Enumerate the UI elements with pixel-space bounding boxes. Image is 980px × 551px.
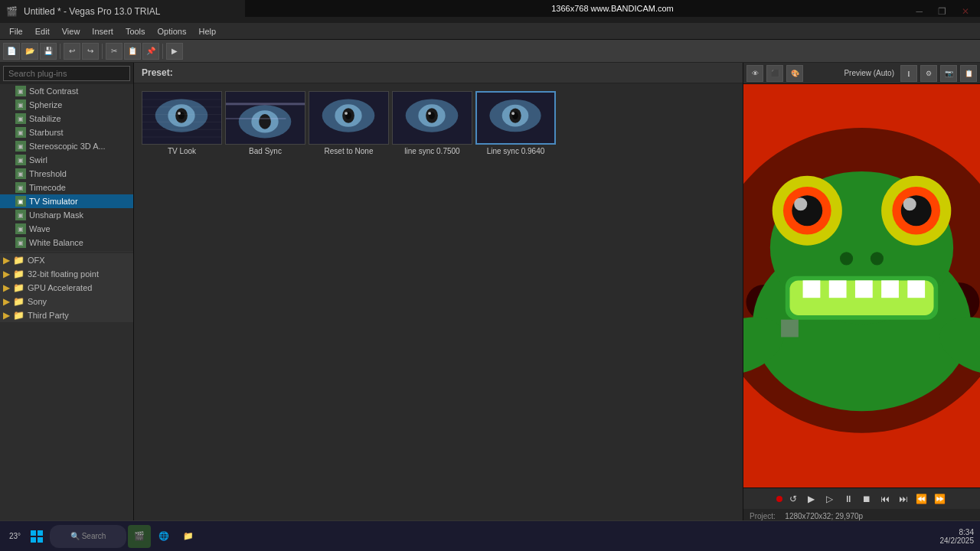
folder-icon: 📁 xyxy=(13,282,24,293)
taskbar-vegas-button[interactable]: 🎬 xyxy=(128,525,151,548)
svg-rect-54 xyxy=(803,280,821,298)
search-input[interactable] xyxy=(3,66,130,81)
folder-ofx[interactable]: ▶ 📁 OFX xyxy=(0,253,133,267)
plugin-unsharp-mask[interactable]: ▣ Unsharp Mask xyxy=(0,208,133,222)
preset-bad-sync[interactable]: Bad Sync xyxy=(225,91,305,528)
preview-prev-frame-button[interactable]: ⏮ xyxy=(877,491,893,507)
preview-pause-button[interactable]: ⏸ xyxy=(841,491,856,507)
preview-prev-button[interactable]: ⏪ xyxy=(914,491,929,507)
preview-stop-button[interactable]: ⏹ xyxy=(859,491,874,507)
menu-file[interactable]: File xyxy=(3,25,29,37)
folder-expand-icon: ▶ xyxy=(3,269,10,279)
preview-panel: 👁 ⬛ 🎨 Preview (Auto) ⫿ ⚙ 📷 📋 xyxy=(743,63,980,551)
svg-rect-66 xyxy=(38,530,43,536)
preset-reset-to-none[interactable]: Reset to None xyxy=(309,91,389,528)
menu-options[interactable]: Options xyxy=(152,25,193,37)
title-bar: 🎬 Untitled * - Vegas Pro 13.0 TRIAL 1366… xyxy=(0,0,980,23)
preset-thumb-line-sync-96 xyxy=(475,91,556,145)
taskbar-windows-button[interactable] xyxy=(25,525,48,548)
preview-settings-button[interactable]: ⚙ xyxy=(920,65,937,82)
preview-controls: ↺ ▶ ▷ ⏸ ⏹ ⏮ ⏭ ⏪ ⏩ xyxy=(743,487,980,509)
preset-line-sync-96[interactable]: Line sync 0.9640 xyxy=(475,91,556,528)
folder-third-party[interactable]: ▶ 📁 Third Party xyxy=(0,308,133,322)
folder-sony[interactable]: ▶ 📁 Sony xyxy=(0,295,133,308)
plugin-wave[interactable]: ▣ Wave xyxy=(0,222,133,236)
cut-button[interactable]: ✂ xyxy=(106,43,122,60)
new-button[interactable]: 📄 xyxy=(3,43,20,60)
folder-32bit[interactable]: ▶ 📁 32-bit floating point xyxy=(0,267,133,281)
preview-loop-button[interactable]: ↺ xyxy=(786,491,801,507)
plugin-panel: ▣ Soft Contrast ▣ Spherize ▣ Stabilize ▣… xyxy=(0,63,134,551)
svg-rect-57 xyxy=(881,280,899,298)
render-button[interactable]: ▶ xyxy=(166,43,183,60)
plugin-threshold[interactable]: ▣ Threshold xyxy=(0,167,133,181)
folder-icon: 📁 xyxy=(13,255,24,266)
preset-line-sync-75[interactable]: line sync 0.7500 xyxy=(392,91,472,528)
save-button[interactable]: 💾 xyxy=(40,43,57,60)
menu-view[interactable]: View xyxy=(56,25,87,37)
preview-auto-label[interactable]: Preview (Auto) xyxy=(841,69,897,77)
preview-play-loop-button[interactable]: ▷ xyxy=(822,491,838,507)
plugin-icon: ▣ xyxy=(15,237,26,248)
preview-mode-button[interactable]: ⬛ xyxy=(766,65,783,82)
plugin-spherize[interactable]: ▣ Spherize xyxy=(0,98,133,112)
svg-rect-55 xyxy=(829,280,847,298)
divider xyxy=(0,251,133,252)
taskbar: 23° 🔍 Search 🎬 🌐 📁 8:34 24/2/2025 xyxy=(0,520,980,551)
window-controls[interactable]: ─ ❐ ✕ xyxy=(911,5,974,18)
svg-rect-17 xyxy=(226,118,286,119)
plugin-timecode[interactable]: ▣ Timecode xyxy=(0,181,133,194)
menu-help[interactable]: Help xyxy=(192,25,222,37)
plugin-icon: ▣ xyxy=(15,155,26,165)
restore-button[interactable]: ❐ xyxy=(933,5,951,18)
plugin-white-balance[interactable]: ▣ White Balance xyxy=(0,236,133,249)
copy-button[interactable]: 📋 xyxy=(124,43,141,60)
preview-copy-button[interactable]: 📋 xyxy=(960,65,977,82)
main-toolbar: 📄 📂 💾 ↩ ↪ ✂ 📋 📌 ▶ xyxy=(0,40,980,63)
app-title: Untitled * - Vegas Pro 13.0 TRIAL xyxy=(24,6,161,17)
plugin-icon: ▣ xyxy=(15,127,26,138)
plugin-icon: ▣ xyxy=(15,182,26,193)
record-indicator xyxy=(776,496,782,502)
menu-edit[interactable]: Edit xyxy=(29,25,56,37)
taskbar-chrome-button[interactable]: 🌐 xyxy=(152,525,175,548)
plugin-icon: ▣ xyxy=(15,99,26,110)
plugin-icon: ▣ xyxy=(15,210,26,220)
preview-play-button[interactable]: ▶ xyxy=(804,491,819,507)
preview-toolbar: 👁 ⬛ 🎨 Preview (Auto) ⫿ ⚙ 📷 📋 xyxy=(743,63,980,84)
preview-clip-button[interactable]: 📷 xyxy=(940,65,957,82)
svg-point-59 xyxy=(840,252,853,265)
redo-button[interactable]: ↪ xyxy=(82,43,99,60)
undo-button[interactable]: ↩ xyxy=(64,43,80,60)
paste-button[interactable]: 📌 xyxy=(142,43,159,60)
svg-point-29 xyxy=(428,112,431,115)
folder-gpu[interactable]: ▶ 📁 GPU Accelerated xyxy=(0,281,133,295)
preset-tv-look[interactable]: TV Look xyxy=(142,91,222,528)
minimize-button[interactable]: ─ xyxy=(911,5,927,18)
bandicam-overlay: 1366x768 www.BANDICAM.com xyxy=(245,0,980,17)
folder-icon: 📁 xyxy=(13,310,24,321)
preset-bad-sync-label: Bad Sync xyxy=(249,147,282,155)
taskbar-search-button[interactable]: 🔍 Search xyxy=(50,525,126,548)
menu-insert[interactable]: Insert xyxy=(86,25,119,37)
close-button[interactable]: ✕ xyxy=(957,5,974,18)
plugin-soft-contrast[interactable]: ▣ Soft Contrast xyxy=(0,84,133,98)
svg-rect-16 xyxy=(226,103,305,105)
preview-next-button[interactable]: ⏩ xyxy=(933,491,948,507)
preview-color-button[interactable]: 🎨 xyxy=(786,65,803,82)
svg-rect-10 xyxy=(142,129,221,130)
preview-split-button[interactable]: ⫿ xyxy=(900,65,917,82)
toolbar-sep-2 xyxy=(102,44,103,59)
menu-tools[interactable]: Tools xyxy=(119,25,152,37)
open-button[interactable]: 📂 xyxy=(21,43,38,60)
svg-rect-7 xyxy=(142,106,221,107)
plugin-stereoscopic[interactable]: ▣ Stereoscopic 3D A... xyxy=(0,139,133,153)
project-value: 1280x720x32; 29,970p xyxy=(785,512,974,520)
plugin-stabilize[interactable]: ▣ Stabilize xyxy=(0,112,133,126)
preview-next-frame-button[interactable]: ⏭ xyxy=(896,491,911,507)
plugin-starburst[interactable]: ▣ Starburst xyxy=(0,126,133,139)
preview-view-button[interactable]: 👁 xyxy=(746,65,763,82)
plugin-swirl[interactable]: ▣ Swirl xyxy=(0,153,133,167)
taskbar-explorer-button[interactable]: 📁 xyxy=(177,525,200,548)
plugin-tv-simulator[interactable]: ▣ TV Simulator xyxy=(0,194,133,208)
